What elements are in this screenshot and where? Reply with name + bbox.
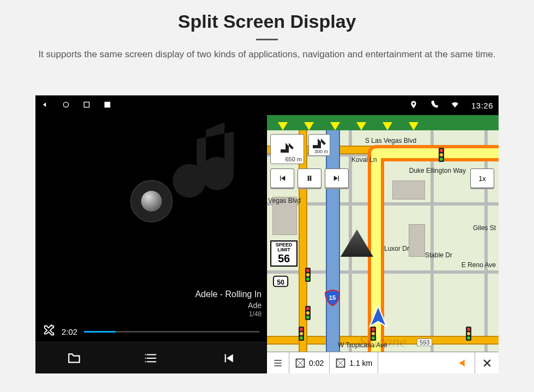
turn-main-distance: 650 m xyxy=(285,156,302,162)
location-icon xyxy=(409,100,418,111)
home-icon[interactable] xyxy=(62,100,70,111)
back-icon[interactable] xyxy=(41,100,50,111)
sim-pause-button[interactable] xyxy=(298,168,321,188)
track-artist: Ade xyxy=(35,300,262,310)
lane-arrow-icon xyxy=(383,122,392,130)
phone-icon xyxy=(430,100,439,111)
svg-point-3 xyxy=(145,354,146,355)
speed-limit-sign: SPEED LIMIT 56 xyxy=(270,240,298,267)
street-top: S Las Vegas Blvd xyxy=(365,137,416,144)
title-underline xyxy=(256,39,278,40)
turn-next-box: 300 m xyxy=(308,134,330,156)
street-duke: Duke Ellington Way xyxy=(409,167,466,174)
shuffle-icon[interactable] xyxy=(43,324,55,339)
turn-next-distance: 300 m xyxy=(314,149,328,154)
turn-main-box: 650 m xyxy=(270,134,304,164)
lane-arrow-icon xyxy=(304,122,314,130)
folder-button[interactable] xyxy=(35,342,113,373)
nav-eta: 0:02 xyxy=(289,352,330,373)
elapsed-time: 2:02 xyxy=(62,327,77,336)
track-index: 1/48 xyxy=(35,310,262,319)
svg-rect-1 xyxy=(84,102,89,107)
street-vegas: Vegas Blvd xyxy=(268,197,301,204)
lane-arrow-icon xyxy=(356,122,366,130)
current-position-icon xyxy=(366,305,390,331)
music-pane: Adele - Rolling In Ade 1/48 2:02 xyxy=(35,115,267,373)
sim-speed-button[interactable]: 1x xyxy=(470,168,494,188)
nav-distance: 1.1 km xyxy=(330,352,378,373)
nav-close-button[interactable] xyxy=(475,352,499,373)
street-stable: Stable Dr xyxy=(425,251,452,259)
page-subtitle: It supports the same screen display of t… xyxy=(33,48,501,61)
street-reno: E Reno Ave xyxy=(462,261,496,269)
nav-sound-button[interactable] xyxy=(378,352,475,373)
wifi-icon xyxy=(451,100,459,111)
sim-prev-button[interactable] xyxy=(270,168,294,188)
sim-next-button[interactable] xyxy=(325,168,349,188)
android-system-bar: 13:26 xyxy=(35,95,499,115)
music-note-icon xyxy=(169,120,262,213)
recents-icon[interactable] xyxy=(82,100,91,111)
svg-rect-2 xyxy=(105,101,111,107)
watermark: Seicane xyxy=(359,333,406,351)
street-bottom-no: 593 xyxy=(417,339,432,346)
lane-arrow-icon xyxy=(409,122,418,130)
lane-arrow-icon xyxy=(330,122,340,130)
progress-bar[interactable] xyxy=(84,331,259,333)
track-title: Adele - Rolling In xyxy=(35,289,262,300)
speed-limit-label: SPEED LIMIT xyxy=(271,243,296,253)
interstate-shield: 15 xyxy=(324,290,341,306)
svg-point-5 xyxy=(145,361,146,362)
nav-menu-button[interactable] xyxy=(267,352,289,373)
speed-limit-value: 56 xyxy=(271,253,296,264)
playlist-button[interactable] xyxy=(113,342,190,373)
navigation-pane: S Las Vegas Blvd Duke Ellington Way Kova… xyxy=(267,115,499,373)
nav-lane-guidance xyxy=(267,115,499,130)
joystick-control[interactable] xyxy=(130,180,173,222)
highway-shield: 50 xyxy=(272,273,289,290)
device-screenshot: 13:26 Adele - Rolling In Ade 1/48 2:02 xyxy=(35,95,499,373)
svg-point-0 xyxy=(63,102,68,107)
clock: 13:26 xyxy=(471,101,493,110)
svg-text:15: 15 xyxy=(329,294,336,301)
lane-arrow-icon xyxy=(278,122,288,130)
nav-bottom-bar: 0:02 1.1 km xyxy=(267,352,499,373)
svg-text:50: 50 xyxy=(277,279,284,286)
page-title: Split Screen Display xyxy=(0,11,534,32)
previous-button[interactable] xyxy=(190,342,267,373)
screenshot-icon[interactable] xyxy=(103,100,112,111)
street-luxor: Luxor Dr xyxy=(384,245,409,252)
street-koval: Koval Ln xyxy=(351,156,377,164)
street-giles: Giles St xyxy=(473,224,496,232)
svg-point-4 xyxy=(145,357,146,358)
